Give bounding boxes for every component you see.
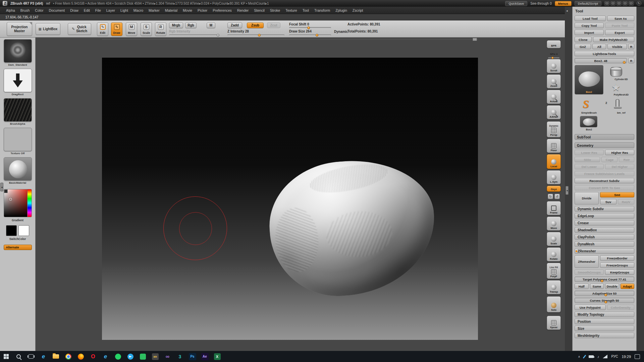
zremesher-button[interactable]: ZRemesher xyxy=(575,255,599,268)
divide-button[interactable]: Divide xyxy=(575,192,599,204)
taskbar-app-chrome[interactable] xyxy=(62,351,74,362)
simplebrush-icon[interactable] xyxy=(583,99,589,110)
del-lower-button[interactable]: Del Lower xyxy=(575,164,604,169)
freeze-subdivision-button[interactable]: Freeze SubDivision Levels xyxy=(575,171,634,176)
rotate-button[interactable]: R Rotate xyxy=(155,22,166,36)
section-meshintegrity[interactable]: MeshIntegrity xyxy=(575,333,634,338)
saturation-value-area[interactable] xyxy=(4,189,27,217)
canvas-scroll-knob[interactable] xyxy=(473,38,477,41)
focal-shift-slider[interactable] xyxy=(289,27,331,28)
ui-config-icon-2[interactable] xyxy=(610,1,615,6)
tool-palette-collapse-icon[interactable] xyxy=(566,9,568,12)
taskbar-app-whatsapp[interactable] xyxy=(112,351,124,362)
draw-size-slider[interactable] xyxy=(289,35,331,36)
transp-button[interactable]: Transp xyxy=(547,280,561,294)
zoom-button[interactable]: Zoom xyxy=(547,74,561,88)
hidden-icons-chevron[interactable] xyxy=(578,355,580,358)
section-dynamesh[interactable]: DynaMesh xyxy=(575,241,634,247)
suv-toggle[interactable]: Suv xyxy=(600,199,616,204)
dynamic-toggle[interactable]: Dynamic xyxy=(334,30,348,34)
rstr-button[interactable]: Rstr xyxy=(619,157,634,162)
goz-button[interactable]: GoZ xyxy=(575,44,591,49)
menus-button[interactable]: Menus xyxy=(555,1,572,6)
local-button[interactable]: Local xyxy=(547,154,561,169)
taskbar-app-edge[interactable]: e xyxy=(99,351,112,362)
scale-3d-button[interactable]: Scale xyxy=(547,232,561,246)
section-shadowbox[interactable]: ShadowBox xyxy=(575,227,634,233)
sculpted-mesh[interactable] xyxy=(265,155,439,300)
menu-item-alpha[interactable]: Alpha xyxy=(3,7,18,14)
xpose-button[interactable]: Xpose xyxy=(547,316,561,330)
bm-ref-icon[interactable] xyxy=(615,99,620,108)
mrgb-button[interactable]: Mrgb xyxy=(169,22,183,28)
gxyz-button[interactable]: Gxyz xyxy=(547,186,561,192)
taskbar-app-excel[interactable]: X xyxy=(211,351,223,362)
draw-button[interactable]: ✎ Draw xyxy=(111,22,122,36)
section-size[interactable]: Size xyxy=(575,326,634,331)
menu-item-material[interactable]: Material xyxy=(162,7,180,14)
spix-slider[interactable]: SPix 3 xyxy=(547,50,561,58)
zadd-button[interactable]: Zadd xyxy=(227,22,242,28)
color-picker[interactable] xyxy=(4,189,32,217)
target-polygons-slider[interactable]: Target Polygons Count 77.41 xyxy=(575,277,634,282)
tool-select-slider[interactable]: Box2. 48 xyxy=(575,58,627,63)
ui-config-icon-1[interactable] xyxy=(604,1,609,6)
smooth-groups-button[interactable]: SmoothGroups xyxy=(575,269,604,275)
reconstruct-subdiv-button[interactable]: Reconstruct Subdiv xyxy=(575,178,634,183)
adapt-toggle[interactable]: Adapt xyxy=(621,284,635,289)
make-polymesh3d-button[interactable]: Make PolyMesh3D xyxy=(593,37,634,42)
lsym-button[interactable]: L.Sym xyxy=(547,170,561,184)
active-tool-thumbnail[interactable]: Box2 xyxy=(575,65,603,95)
projection-master-button[interactable]: Projection Master xyxy=(7,22,32,36)
quick-sketch-button[interactable]: Quick Sketch xyxy=(68,23,91,35)
tool-r-button[interactable]: R xyxy=(628,58,634,63)
menu-item-stencil[interactable]: Stencil xyxy=(251,7,267,14)
default-zscript-button[interactable]: DefaultZScript xyxy=(575,1,601,6)
section-modify-topology[interactable]: Modify Topology xyxy=(575,312,634,317)
aahalf-button[interactable]: AAHalf xyxy=(547,105,561,119)
current-alpha-thumbnail[interactable] xyxy=(4,98,32,122)
see-through-slider[interactable]: See-through 0 xyxy=(530,2,551,5)
switch-color-label[interactable]: SwitchColor xyxy=(0,237,35,241)
menu-item-macro[interactable]: Macro xyxy=(131,7,146,14)
section-claypolish[interactable]: ClayPolish xyxy=(575,234,634,240)
save-as-button[interactable]: Save As xyxy=(607,16,634,21)
notification-center-icon[interactable] xyxy=(635,354,640,359)
geometry-section-header[interactable]: Geometry xyxy=(575,142,634,148)
bpr-render-button[interactable]: BPR xyxy=(547,40,561,48)
goz-r-button[interactable]: R xyxy=(628,44,634,49)
double-button[interactable]: Double xyxy=(605,284,619,289)
session-reload-icon[interactable] xyxy=(637,1,641,6)
persp-button[interactable]: Dynamic Persp xyxy=(547,121,561,137)
taskbar-search-button[interactable] xyxy=(12,351,25,362)
ui-config-icon-4[interactable] xyxy=(623,1,628,6)
taskbar-app-file-explorer[interactable] xyxy=(50,351,62,362)
zcut-button[interactable]: Zcut xyxy=(267,22,280,28)
del-higher-button[interactable]: Del Higher xyxy=(605,164,634,169)
menu-item-document[interactable]: Document xyxy=(46,7,67,14)
menu-item-light[interactable]: Light xyxy=(118,7,131,14)
current-brush-thumbnail[interactable] xyxy=(4,39,32,63)
menu-item-color[interactable]: Color xyxy=(32,7,46,14)
ui-config-icon-3[interactable] xyxy=(616,1,622,6)
move-button[interactable]: M Move xyxy=(126,22,137,36)
copy-tool-button[interactable]: Copy Tool xyxy=(575,23,604,28)
network-icon[interactable] xyxy=(603,355,607,358)
taskbar-app-telegram[interactable] xyxy=(124,351,137,362)
taskbar-app-after-effects[interactable]: Ae xyxy=(199,351,211,362)
cage-button[interactable]: Cage xyxy=(601,157,618,162)
menu-item-marker[interactable]: Marker xyxy=(146,7,162,14)
rgb-button[interactable]: Rgb xyxy=(185,22,197,28)
quicksave-button[interactable]: QuickSave xyxy=(505,1,527,6)
use-polypaint-toggle[interactable]: Use Polypaint xyxy=(575,305,606,310)
frame-button[interactable]: Frame xyxy=(547,201,561,215)
menu-item-texture[interactable]: Texture xyxy=(283,7,300,14)
menu-item-picker[interactable]: Picker xyxy=(195,7,210,14)
same-button[interactable]: Same xyxy=(590,284,604,289)
pivot-rotate-ccw-icon[interactable] xyxy=(554,194,560,199)
goz-visible-button[interactable]: Visible xyxy=(607,44,627,49)
menu-item-zscript[interactable]: Zscript xyxy=(350,7,366,14)
move-3d-button[interactable]: Move xyxy=(547,217,561,231)
keep-groups-toggle[interactable]: KeepGroups xyxy=(605,269,634,275)
half-button[interactable]: Half xyxy=(575,284,589,289)
